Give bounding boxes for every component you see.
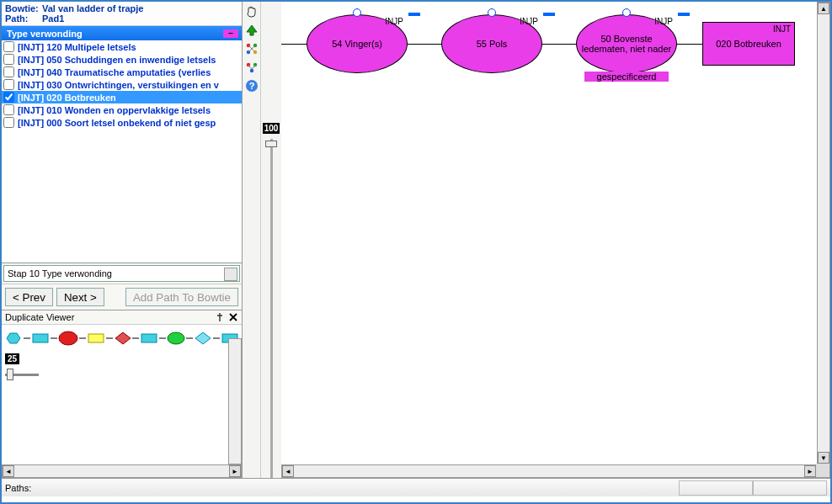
- bowtie-label: Bowtie:: [5, 3, 42, 13]
- node-label: 50 Bovenste ledematen, niet nader: [580, 34, 673, 54]
- diagram-canvas[interactable]: INJP54 Vinger(s)INJP55 PolsINJP50 Bovens…: [281, 2, 830, 478]
- scroll-left-icon[interactable]: ◄: [3, 465, 14, 477]
- node-tag: INJP: [654, 17, 673, 26]
- diagram-node[interactable]: INJP54 Vinger(s): [307, 14, 408, 73]
- dup-node-diamond-red: [113, 330, 133, 347]
- prev-button[interactable]: < Prev: [5, 288, 53, 306]
- dup-node-rect-cyan2: [139, 330, 159, 347]
- canvas-vscroll[interactable]: ▲ ▼: [817, 2, 830, 464]
- dup-hscroll[interactable]: ◄ ►: [2, 464, 242, 478]
- dup-node-oval-green: [166, 330, 186, 347]
- nodes-arc-icon[interactable]: [245, 61, 259, 74]
- svg-point-12: [168, 332, 184, 344]
- node-tag: INJP: [520, 17, 538, 26]
- checklist-checkbox[interactable]: [3, 117, 14, 128]
- scroll-down-icon[interactable]: ▼: [818, 452, 829, 464]
- dup-node-hex-cyan: [3, 330, 24, 347]
- checklist-label: [INJT] 050 Schuddingen en inwendige lets…: [18, 55, 216, 65]
- collapse-icon[interactable]: –: [223, 29, 238, 38]
- svg-rect-2: [33, 334, 48, 342]
- checklist-item[interactable]: [INJT] 120 Multipele letsels: [2, 40, 242, 53]
- diagram-node[interactable]: INJP50 Bovenste ledematen, niet nader: [576, 14, 677, 73]
- step-row: Stap 10 Type verwonding: [2, 263, 242, 284]
- hand-tool-icon[interactable]: [245, 5, 259, 19]
- nodes-cross-icon[interactable]: [245, 42, 259, 56]
- add-path-button[interactable]: Add Path To Bowtie: [125, 288, 238, 306]
- dup-count-badge: 25: [5, 353, 19, 364]
- node-collapse-icon[interactable]: [408, 13, 420, 16]
- scroll-right-icon[interactable]: ►: [804, 465, 816, 477]
- svg-marker-14: [195, 332, 211, 344]
- checklist-checkbox[interactable]: [3, 92, 14, 103]
- checklist-item[interactable]: [INJT] 010 Wonden en oppervlakkige letse…: [2, 103, 242, 116]
- dup-node-rect-yellow: [86, 330, 106, 347]
- checklist-label: [INJT] 000 Soort letsel onbekend of niet…: [18, 118, 216, 128]
- dup-slider[interactable]: [5, 367, 39, 382]
- svg-rect-10: [141, 334, 157, 342]
- status-cell-1: [679, 480, 753, 496]
- node-collapse-icon[interactable]: [543, 13, 555, 16]
- zoom-value: 100: [263, 123, 280, 134]
- diagram-node[interactable]: INJP55 Pols: [441, 14, 542, 73]
- duplicate-viewer-header: Duplicate Viewer: [2, 310, 242, 325]
- canvas-panel: 100 INJP54 Vinger(s)INJP55 PolsINJP50 Bo…: [261, 2, 830, 478]
- svg-text:?: ?: [248, 81, 254, 91]
- node-handle-icon[interactable]: [488, 8, 496, 17]
- dup-vscroll[interactable]: [228, 338, 242, 464]
- scroll-up-icon[interactable]: ▲: [818, 3, 829, 14]
- svg-marker-0: [7, 333, 20, 343]
- dup-node-cloud-red: [57, 328, 79, 348]
- checklist: [INJT] 120 Multipele letsels[INJT] 050 S…: [2, 40, 242, 263]
- checklist-checkbox[interactable]: [3, 104, 14, 115]
- duplicate-viewer: 25 ◄ ►: [2, 325, 242, 478]
- section-header[interactable]: Type verwonding –: [2, 26, 242, 40]
- canvas-hscroll[interactable]: ◄ ►: [281, 464, 830, 478]
- node-handle-icon[interactable]: [622, 8, 631, 17]
- path-label: Path:: [5, 13, 42, 24]
- checklist-label: [INJT] 030 Ontwrichtingen, verstuikingen…: [18, 80, 219, 90]
- pin-icon[interactable]: [215, 312, 225, 322]
- section-title: Type verwonding: [7, 29, 83, 39]
- scroll-right-icon[interactable]: ►: [229, 465, 241, 477]
- node-label: 54 Vinger(s): [332, 39, 382, 49]
- diagram-node[interactable]: INJT020 Botbreuken: [702, 22, 795, 66]
- checklist-checkbox[interactable]: [3, 41, 14, 52]
- node-collapse-icon[interactable]: [678, 13, 690, 16]
- next-button[interactable]: Next >: [56, 288, 104, 306]
- node-tag: INJP: [385, 17, 403, 26]
- canvas-toolbar: ?: [243, 2, 261, 478]
- node-label: 55 Pols: [477, 39, 508, 49]
- status-paths-label: Paths:: [5, 483, 679, 493]
- checklist-label: [INJT] 020 Botbreuken: [18, 93, 116, 103]
- help-icon[interactable]: ?: [245, 79, 259, 93]
- info-bar: Bowtie: Val van ladder of trapje Path: P…: [2, 2, 242, 26]
- close-icon[interactable]: [228, 312, 238, 322]
- nav-row: < Prev Next > Add Path To Bowtie: [2, 284, 242, 310]
- svg-point-4: [59, 332, 77, 345]
- checklist-label: [INJT] 120 Multipele letsels: [18, 42, 136, 52]
- checklist-item[interactable]: [INJT] 020 Botbreuken: [2, 91, 242, 103]
- checklist-checkbox[interactable]: [3, 79, 14, 90]
- checklist-item[interactable]: [INJT] 040 Traumatische amputaties (verl…: [2, 66, 242, 78]
- bowtie-value: Val van ladder of trapje: [42, 3, 143, 13]
- checklist-item[interactable]: [INJT] 030 Ontwrichtingen, verstuikingen…: [2, 78, 242, 91]
- checklist-label: [INJT] 040 Traumatische amputaties (verl…: [18, 67, 211, 77]
- svg-rect-6: [88, 334, 104, 342]
- scroll-left-icon[interactable]: ◄: [282, 465, 294, 477]
- checklist-checkbox[interactable]: [3, 66, 14, 77]
- duplicate-viewer-title: Duplicate Viewer: [5, 312, 211, 322]
- dup-node-rect-cyan: [30, 330, 51, 347]
- zoom-slider[interactable]: [264, 139, 279, 478]
- checklist-checkbox[interactable]: [3, 54, 14, 65]
- checklist-item[interactable]: [INJT] 050 Schuddingen en inwendige lets…: [2, 53, 242, 66]
- node-handle-icon[interactable]: [353, 8, 361, 17]
- checklist-label: [INJT] 010 Wonden en oppervlakkige letse…: [18, 105, 211, 115]
- checklist-item[interactable]: [INJT] 000 Soort letsel onbekend of niet…: [2, 116, 242, 129]
- left-panel: Bowtie: Val van ladder of trapje Path: P…: [2, 2, 243, 478]
- duplicate-chain: [2, 325, 242, 352]
- step-select[interactable]: Stap 10 Type verwonding: [3, 265, 240, 282]
- step-select-label: Stap 10 Type verwonding: [8, 268, 112, 279]
- zoom-control: 100: [261, 2, 281, 478]
- status-bar: Paths:: [2, 478, 830, 496]
- up-arrow-icon[interactable]: [245, 24, 259, 37]
